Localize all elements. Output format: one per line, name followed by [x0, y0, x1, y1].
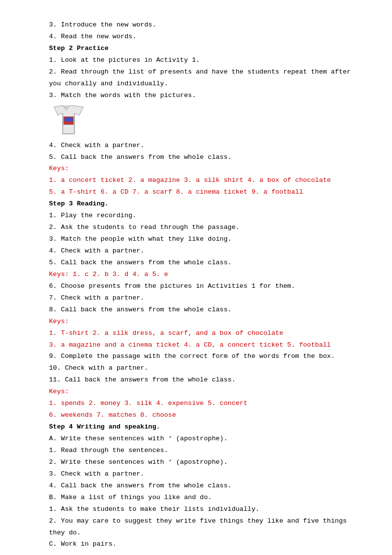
tshirt-image	[49, 104, 353, 138]
step2-heading: Step 2 Practice	[49, 43, 353, 54]
svg-rect-2	[65, 118, 73, 122]
step3-item3: 3. Match the people with what they like …	[49, 234, 353, 245]
keys1-label: Keys:	[49, 163, 353, 175]
keys4-label: Keys:	[49, 386, 353, 398]
main-content: 3. Introduce the new words. 4. Read the …	[49, 20, 353, 550]
step4-item1: 1. Read through the sentences.	[49, 445, 353, 456]
step4-sectionA: A. Write these sentences with ‘ (apostro…	[49, 433, 353, 445]
step3-item1: 1. Play the recording.	[49, 210, 353, 222]
keys3-line1: 1. T-shirt 2. a silk dress, a scarf, and…	[49, 328, 353, 339]
step2-item1: 1. Look at the pictures in Activity 1.	[49, 55, 353, 66]
keys4-line1: 1. spends 2. money 3. silk 4. expensive …	[49, 398, 353, 409]
step4-item4: 4. Call back the answers from the whole …	[49, 480, 353, 492]
step3-item4: 4. Check with a partner.	[49, 246, 353, 257]
step3-item7: 7. Check with a partner.	[49, 293, 353, 304]
keys3-label: Keys:	[49, 316, 353, 328]
keys3-line2: 3. a magazine and a cinema ticket 4. a C…	[49, 340, 353, 351]
keys4-line2: 6. weekends 7. matches 8. choose	[49, 410, 353, 421]
step3-heading: Step 3 Reading.	[49, 199, 353, 210]
step2-item2a: 2. Read through the list of presents and…	[49, 67, 353, 78]
step3-item11: 11. Call back the answers from the whole…	[49, 375, 353, 386]
step4-B-item2a: 2. You may care to suggest they write fi…	[49, 516, 353, 527]
step4-item2: 2. Write these sentences with ‘ (apostro…	[49, 457, 353, 468]
keys2-line: Keys: 1. c 2. b 3. d 4. a 5. e	[49, 269, 353, 280]
step3-item2: 2. Ask the students to read through the …	[49, 222, 353, 233]
step3-item10: 10. Check with a partner.	[49, 363, 353, 374]
step2-item4: 4. Check with a partner.	[49, 140, 353, 151]
step3-item8: 8. Call back the answers from the whole …	[49, 304, 353, 316]
keys1-line1: 1. a concert ticket 2. a magazine 3. a s…	[49, 175, 353, 186]
line-intro-3: 3. Introduce the new words.	[49, 20, 353, 31]
step3-item5: 5. Call back the answers from the whole …	[49, 257, 353, 269]
step4-sectionB: B. Make a list of things you like and do…	[49, 492, 353, 504]
step4-heading: Step 4 Writing and speaking.	[49, 422, 353, 433]
step4-item3: 3. Check with a partner.	[49, 469, 353, 480]
step2-item2b: you chorally and individually.	[49, 78, 353, 90]
step2-item5: 5. Call back the answers from the whole …	[49, 152, 353, 163]
keys1-line2: 5. a T-shirt 6. a CD 7. a scarf 8. a cin…	[49, 187, 353, 198]
step3-item9: 9. Complete the passage with the correct…	[49, 351, 353, 362]
step4-B-item2b: they do.	[49, 528, 353, 539]
step4-B-item1: 1. Ask the students to make their lists …	[49, 504, 353, 515]
step4-sectionC: C. Work in pairs.	[49, 539, 353, 550]
step3-item6: 6. Choose presents from the pictures in …	[49, 281, 353, 292]
step2-item3: 3. Match the words with the pictures.	[49, 90, 353, 101]
line-intro-4: 4. Read the new words.	[49, 31, 353, 43]
